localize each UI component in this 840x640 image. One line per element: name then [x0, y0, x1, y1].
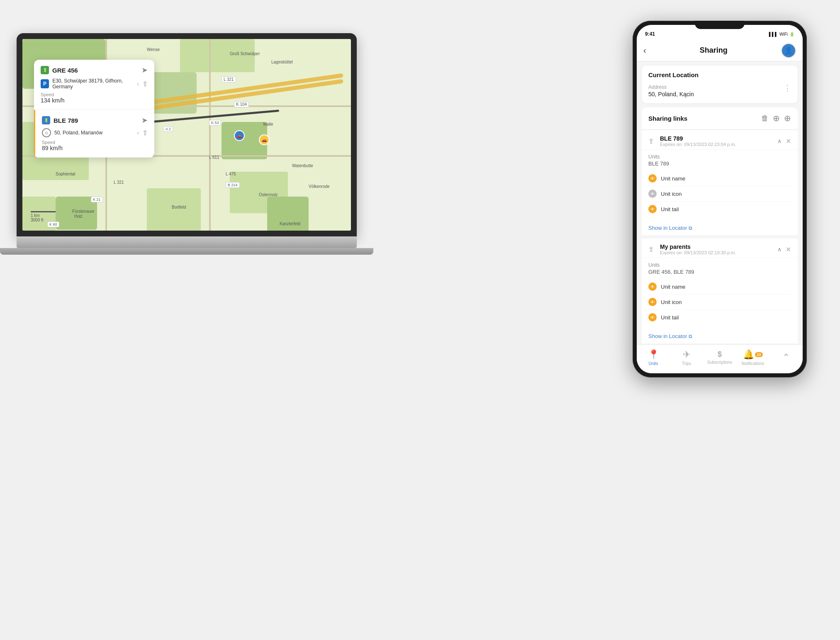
sharing-links-title: Sharing links	[648, 115, 687, 122]
share-icon-ble789[interactable]: ⇧	[142, 129, 148, 137]
nav-label-subscriptions: Subscriptions	[707, 360, 732, 365]
map-popup-card: 🔋 GRE 456 ➤ P E30, Schwülper 38179, Gifh…	[34, 60, 154, 158]
vehicle-marker-yellow: 🚗	[259, 134, 270, 145]
nav-item-scroll-top[interactable]: ⌃	[769, 352, 803, 363]
back-button[interactable]: ‹	[643, 46, 646, 55]
nav-item-notifications[interactable]: 🔔 10 Notifications	[736, 349, 769, 366]
link-body-myparents: Units GRE 456, BLE 789 👁 Unit name 👁 Uni…	[642, 258, 798, 329]
trips-nav-icon: ✈	[683, 349, 690, 360]
navigate-icon-ble789[interactable]: ➤	[141, 116, 148, 125]
unit-property-tail-2: 👁 Unit tail	[648, 310, 791, 325]
eye-icon-name-1[interactable]: 👁	[648, 174, 657, 183]
signal-icon: ▌▌▌	[769, 32, 778, 37]
close-icon-ble789[interactable]: ✕	[786, 137, 791, 145]
avatar[interactable]: 👤	[781, 43, 796, 58]
notifications-nav-icon: 🔔	[743, 349, 754, 360]
collapse-icon-myparents[interactable]: ∧	[777, 246, 782, 253]
add-icon-2[interactable]: ⊕	[784, 113, 791, 123]
sharing-links-header: Sharing links 🗑 ⊕ ⊕	[642, 107, 798, 129]
more-options-icon[interactable]: ⋮	[784, 84, 791, 92]
link-name-myparents: My parents	[660, 243, 736, 250]
unit-property-icon-2: 👁 Unit icon	[648, 294, 791, 310]
close-icon-myparents[interactable]: ✕	[786, 246, 791, 253]
unit-icon-gre456: 🔋	[41, 66, 49, 74]
parking-icon: P	[41, 79, 49, 88]
laptop: Wense Groß Schwülper Sophiental L 321 Bo…	[17, 33, 357, 265]
eye-icon-tail-1[interactable]: 👁	[648, 205, 657, 213]
phone-screen: 9:41 ▌▌▌ WiFi 🔋 ‹ Sharing 👤 Curre	[637, 25, 803, 373]
laptop-bezel: Wense Groß Schwülper Sophiental L 321 Bo…	[17, 33, 357, 236]
phone: 9:41 ▌▌▌ WiFi 🔋 ‹ Sharing 👤 Curre	[633, 21, 807, 377]
units-label-ble789: Units	[648, 154, 791, 160]
status-time: 9:41	[645, 31, 655, 37]
units-value-myparents: GRE 456, BLE 789	[648, 269, 791, 275]
current-location-title: Current Location	[642, 66, 798, 83]
unit-property-icon-1: 👁 Unit icon	[648, 186, 791, 202]
battery-icon: 🔋	[789, 32, 794, 37]
popup-unit-gre456: 🔋 GRE 456 ➤ P E30, Schwülper 38179, Gifh…	[34, 60, 154, 110]
location-row: Address 50, Poland, Kącin ⋮	[642, 83, 798, 103]
show-in-locator-myparents[interactable]: Show in Locator ⧉	[642, 329, 798, 343]
wifi-icon: WiFi	[779, 32, 788, 37]
bottom-nav: 📍 Units ✈ Trips $ Subscriptions 🔔 10 N	[637, 344, 803, 373]
external-link-icon-1: ⧉	[689, 225, 692, 231]
units-value-ble789: BLE 789	[648, 161, 791, 167]
share-icon-gre456[interactable]: ⇧	[142, 80, 148, 88]
show-in-locator-ble789[interactable]: Show in Locator ⧉	[642, 221, 798, 235]
current-location-card: Current Location Address 50, Poland, Kąc…	[642, 66, 798, 103]
sharing-actions: 🗑 ⊕ ⊕	[761, 113, 791, 123]
nav-item-trips[interactable]: ✈ Trips	[670, 349, 703, 366]
external-link-icon-2: ⧉	[689, 333, 692, 339]
notifications-badge: 10	[755, 352, 762, 357]
phone-bezel: 9:41 ▌▌▌ WiFi 🔋 ‹ Sharing 👤 Curre	[633, 21, 807, 377]
unit-icon-ble789: 🔋	[42, 116, 50, 124]
laptop-base	[17, 236, 357, 248]
link-body-ble789: Units BLE 789 👁 Unit name 👁 Unit icon 👁	[642, 150, 798, 221]
chevron-right-icon-2: ›	[137, 129, 139, 136]
nav-item-units[interactable]: 📍 Units	[637, 349, 670, 366]
navigate-icon-gre456[interactable]: ➤	[141, 66, 148, 75]
map-scale: 1 km 3000 ft	[31, 211, 56, 222]
app-header: ‹ Sharing 👤	[637, 40, 803, 61]
phone-content[interactable]: Current Location Address 50, Poland, Kąc…	[637, 61, 803, 344]
address-label: Address	[648, 84, 694, 90]
eye-icon-tail-2[interactable]: 👁	[648, 313, 657, 321]
nav-item-subscriptions[interactable]: $ Subscriptions	[703, 350, 736, 365]
link-expires-ble789: Expires on: 09/13/2023 02:23:04 p.m.	[660, 142, 736, 147]
eye-icon-name-2[interactable]: 👁	[648, 282, 657, 291]
eye-icon-icon-2[interactable]: 👁	[648, 298, 657, 306]
scroll-top-icon: ⌃	[782, 352, 790, 363]
laptop-screen: Wense Groß Schwülper Sophiental L 321 Bo…	[22, 39, 351, 231]
phone-notch	[695, 21, 745, 29]
vehicle-marker-blue: 🚗	[234, 130, 245, 141]
nav-label-notifications: Notifications	[742, 361, 764, 366]
units-nav-icon: 📍	[648, 349, 659, 360]
status-icons: ▌▌▌ WiFi 🔋	[769, 32, 794, 37]
nav-label-units: Units	[649, 361, 658, 366]
link-expires-myparents: Expires on: 09/13/2023 02:19:30 p.m.	[660, 250, 736, 255]
laptop-base-bottom	[0, 248, 373, 255]
collapse-icon-ble789[interactable]: ∧	[777, 138, 782, 144]
share-icon-link2: ⇧	[648, 246, 656, 253]
link-card-myparents: ⇧ My parents Expires on: 09/13/2023 02:1…	[642, 238, 798, 343]
delete-icon[interactable]: 🗑	[761, 114, 769, 123]
page-title: Sharing	[700, 46, 728, 55]
share-icon-link1: ⇧	[648, 137, 656, 145]
units-label-myparents: Units	[648, 262, 791, 268]
add-icon-1[interactable]: ⊕	[773, 113, 780, 123]
unit-property-tail-1: 👁 Unit tail	[648, 202, 791, 217]
nav-label-trips: Trips	[682, 361, 691, 366]
location-icon: ⊙	[42, 128, 51, 137]
popup-unit-ble789: 🔋 BLE 789 ➤ ⊙ 50, Poland, Marianów	[34, 110, 154, 158]
unit-property-name-1: 👁 Unit name	[648, 171, 791, 186]
address-value: 50, Poland, Kącin	[648, 91, 694, 97]
link-card-ble789: ⇧ BLE 789 Expires on: 09/13/2023 02:23:0…	[642, 130, 798, 235]
chevron-right-icon: ›	[137, 80, 139, 87]
link-name-ble789: BLE 789	[660, 135, 736, 142]
subscriptions-nav-icon: $	[718, 350, 722, 359]
eye-icon-icon-1[interactable]: 👁	[648, 190, 657, 198]
unit-property-name-2: 👁 Unit name	[648, 279, 791, 294]
